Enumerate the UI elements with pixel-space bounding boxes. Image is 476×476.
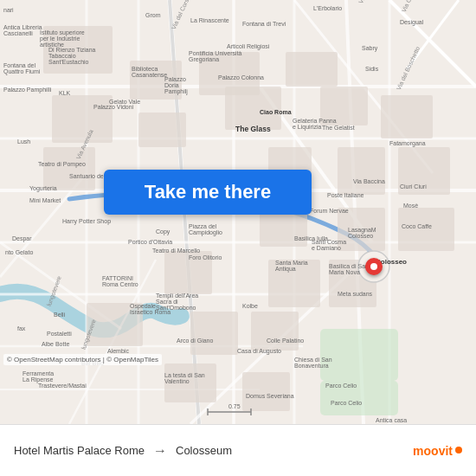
take-me-there-label: Take me there	[145, 181, 271, 203]
svg-rect-46	[190, 312, 238, 355]
svg-rect-41	[398, 208, 454, 251]
destination-marker	[365, 258, 383, 275]
svg-rect-37	[338, 147, 385, 195]
svg-rect-26	[43, 26, 113, 74]
moovit-dot	[455, 447, 462, 453]
svg-rect-25	[320, 381, 398, 415]
svg-rect-27	[130, 61, 182, 100]
svg-rect-29	[286, 52, 338, 87]
svg-rect-24	[320, 329, 398, 381]
copyright-text: © OpenStreetMap contributors | © OpenMap…	[3, 354, 162, 365]
bottom-bar: Hotel Martis Palace Rome → Colosseum moo…	[0, 424, 476, 476]
route-arrow: →	[153, 443, 167, 459]
svg-rect-38	[398, 147, 450, 195]
map-container: nari Antica LibreriaCascianelli Istituto…	[0, 0, 476, 424]
svg-rect-35	[43, 147, 95, 190]
route-from: Hotel Martis Palace Rome	[14, 444, 145, 457]
svg-rect-30	[52, 95, 113, 143]
moovit-name: moovit	[413, 444, 453, 458]
svg-rect-43	[268, 260, 320, 307]
svg-rect-40	[338, 208, 385, 251]
svg-rect-31	[138, 113, 186, 147]
svg-rect-48	[164, 363, 216, 402]
svg-rect-49	[242, 372, 290, 411]
svg-rect-33	[320, 87, 368, 125]
svg-rect-42	[164, 251, 212, 294]
svg-rect-34	[381, 95, 433, 138]
svg-rect-32	[225, 87, 281, 130]
svg-rect-47	[251, 312, 299, 351]
moovit-logo: moovit	[413, 444, 462, 458]
route-to: Colosseum	[176, 444, 232, 457]
take-me-there-button[interactable]: Take me there	[104, 170, 312, 215]
